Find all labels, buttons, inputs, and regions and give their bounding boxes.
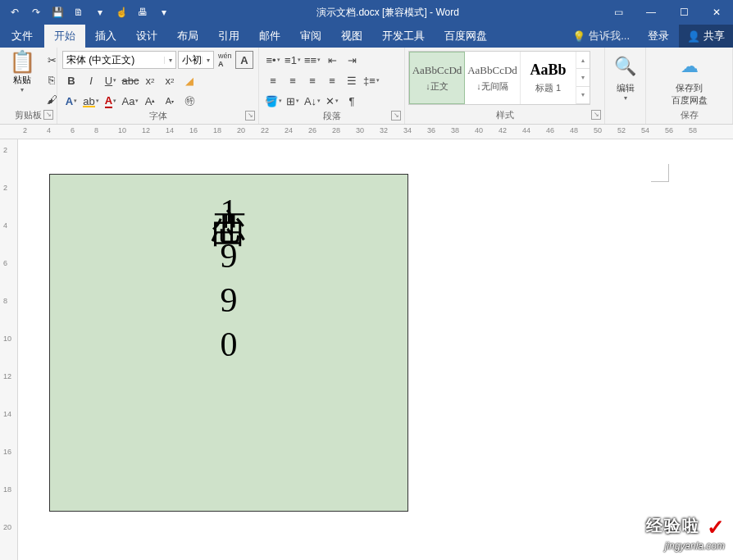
align-left-button[interactable]: ≡ xyxy=(264,71,282,89)
font-color-button[interactable]: A xyxy=(102,92,120,110)
group-paragraph: ≡• ≡1 ≡≡ ⇤ ⇥ ≡ ≡ ≡ ≡ ☰ ‡≡ 🪣 ⊞ A↓ ✕ ¶ xyxy=(259,48,405,124)
increase-indent-button[interactable]: ⇥ xyxy=(343,51,361,69)
grow-font-button[interactable]: A▴ xyxy=(141,92,159,110)
sign-in-button[interactable]: 登录 xyxy=(638,25,679,48)
tab-design[interactable]: 设计 xyxy=(126,25,167,48)
character-border-button[interactable]: A xyxy=(235,51,253,69)
group-editing: 🔍 编辑 ▾ xyxy=(605,48,646,124)
vertical-ruler[interactable]: 22468101214161820 xyxy=(0,139,18,560)
style-name: ↓无间隔 xyxy=(476,80,508,93)
tab-layout[interactable]: 布局 xyxy=(167,25,208,48)
align-right-button[interactable]: ≡ xyxy=(303,71,321,89)
styles-dialog-launcher[interactable]: ↘ xyxy=(591,110,601,120)
distributed-button[interactable]: ☰ xyxy=(343,71,361,89)
ribbon-options-button[interactable]: ▭ xyxy=(602,0,635,25)
paragraph-dialog-launcher[interactable]: ↘ xyxy=(391,111,401,121)
tab-developer[interactable]: 开发工具 xyxy=(372,25,435,48)
clipboard-dialog-launcher[interactable]: ↘ xyxy=(43,110,53,120)
shrink-font-button[interactable]: A▾ xyxy=(161,92,179,110)
textbox-content: 恋曲1990 xyxy=(206,180,252,511)
tab-references[interactable]: 引用 xyxy=(208,25,249,48)
bold-button[interactable]: B xyxy=(62,71,80,89)
tab-view[interactable]: 视图 xyxy=(331,25,372,48)
tab-baidu[interactable]: 百度网盘 xyxy=(435,25,497,48)
qat-more-button[interactable]: ▾ xyxy=(90,2,110,22)
tell-me-text: 告诉我... xyxy=(589,29,630,43)
underline-button[interactable]: U xyxy=(102,71,120,89)
tab-insert[interactable]: 插入 xyxy=(85,25,126,48)
clear-formatting-button[interactable]: ◢ xyxy=(180,71,198,89)
tab-mailings[interactable]: 邮件 xyxy=(249,25,290,48)
styles-more[interactable]: ▴▾▾ xyxy=(576,52,590,104)
strikethrough-button[interactable]: abc xyxy=(121,71,139,89)
document-area[interactable]: 恋曲1990 xyxy=(18,139,733,560)
font-name-combo[interactable]: 宋体 (中文正文) ▾ xyxy=(62,51,176,69)
italic-button[interactable]: I xyxy=(82,71,100,89)
highlight-button[interactable]: ab xyxy=(82,92,100,110)
shading-button[interactable]: 🪣 xyxy=(264,92,282,110)
font-group-label: 字体 ↘ xyxy=(57,110,258,124)
margin-marker xyxy=(651,164,669,182)
quick-print-button[interactable]: 🖶 xyxy=(133,2,153,22)
phonetic-guide-button[interactable]: wénA xyxy=(216,51,234,69)
save-button[interactable]: 💾 xyxy=(48,2,67,22)
borders-button[interactable]: ⊞ xyxy=(284,92,302,110)
minimize-button[interactable]: — xyxy=(635,0,667,25)
asian-layout-button[interactable]: ✕ xyxy=(323,92,341,110)
watermark-text: 经验啦 xyxy=(646,517,700,535)
tab-file[interactable]: 文件 xyxy=(0,25,44,48)
styles-gallery[interactable]: AaBbCcDd ↓正文 AaBbCcDd ↓无间隔 AaBb 标题 1 ▴▾▾ xyxy=(408,51,590,105)
justify-button[interactable]: ≡ xyxy=(323,71,341,89)
style-preview: AaBbCcDd xyxy=(467,64,517,77)
touch-mode-button[interactable]: ☝ xyxy=(112,2,131,22)
share-button[interactable]: 👤 共享 xyxy=(679,25,733,48)
qat-customize-button[interactable]: ▾ xyxy=(154,2,174,22)
multilevel-list-button[interactable]: ≡≡ xyxy=(303,51,321,69)
style-no-spacing[interactable]: AaBbCcDd ↓无间隔 xyxy=(465,52,521,104)
enclose-characters-button[interactable]: ㊕ xyxy=(180,92,198,110)
font-dialog-launcher[interactable]: ↘ xyxy=(245,111,255,121)
style-heading-1[interactable]: AaBb 标题 1 xyxy=(521,52,576,104)
new-doc-button[interactable]: 🗎 xyxy=(69,2,89,22)
ribbon: 📋 粘贴 ▾ ✂ ⎘ 🖌 剪贴板 ↘ 宋体 (中文正文) ▾ xyxy=(0,48,733,125)
group-font: 宋体 (中文正文) ▾ 小初 ▾ wénA A B I U abc x2 x2 … xyxy=(57,48,259,124)
show-marks-button[interactable]: ¶ xyxy=(343,92,361,110)
clipboard-group-label: 剪贴板 ↘ xyxy=(0,109,57,124)
text-effects-button[interactable]: A xyxy=(62,92,80,110)
change-case-button[interactable]: Aa xyxy=(121,92,139,110)
quick-access-toolbar: ↶ ↷ 💾 🗎 ▾ ☝ 🖶 ▾ xyxy=(0,2,174,22)
save-to-baidu-button[interactable]: ☁ 保存到 百度网盘 xyxy=(665,51,714,107)
clipboard-icon: 📋 xyxy=(5,51,39,72)
tell-me[interactable]: 💡 告诉我... xyxy=(564,25,638,48)
styles-group-label: 样式 ↘ xyxy=(405,109,604,124)
superscript-button[interactable]: x2 xyxy=(161,71,179,89)
tab-review[interactable]: 审阅 xyxy=(290,25,331,48)
save-group-label: 保存 xyxy=(646,109,732,124)
subscript-button[interactable]: x2 xyxy=(141,71,159,89)
window-title: 演示文档.docx [兼容模式] - Word xyxy=(174,6,602,20)
workspace: L 24681012141618202224262830323436384042… xyxy=(0,125,733,560)
find-button[interactable]: 🔍 编辑 ▾ xyxy=(610,51,640,102)
line-spacing-button[interactable]: ‡≡ xyxy=(362,71,380,89)
paste-button[interactable]: 📋 粘贴 ▾ xyxy=(5,51,39,93)
save-baidu-line2: 百度网盘 xyxy=(672,94,708,107)
undo-button[interactable]: ↶ xyxy=(5,2,25,22)
align-center-button[interactable]: ≡ xyxy=(284,71,302,89)
text-box[interactable]: 恋曲1990 xyxy=(49,174,408,512)
chevron-down-icon: ▾ xyxy=(202,57,213,64)
bullets-button[interactable]: ≡• xyxy=(264,51,282,69)
sort-button[interactable]: A↓ xyxy=(303,92,321,110)
horizontal-ruler[interactable]: 2468101214161820222426283032343638404244… xyxy=(0,125,733,139)
font-size-combo[interactable]: 小初 ▾ xyxy=(178,51,214,69)
font-name-value: 宋体 (中文正文) xyxy=(63,53,164,67)
maximize-button[interactable]: ☐ xyxy=(667,0,700,25)
numbering-button[interactable]: ≡1 xyxy=(284,51,302,69)
style-normal[interactable]: AaBbCcDd ↓正文 xyxy=(409,52,465,104)
tab-home[interactable]: 开始 xyxy=(44,25,85,48)
close-button[interactable]: ✕ xyxy=(700,0,733,25)
watermark: 经验啦 ✓ jingyanla.com xyxy=(646,515,725,552)
redo-button[interactable]: ↷ xyxy=(26,2,46,22)
ribbon-tabs: 文件 开始 插入 设计 布局 引用 邮件 审阅 视图 开发工具 百度网盘 💡 告… xyxy=(0,25,733,48)
decrease-indent-button[interactable]: ⇤ xyxy=(323,51,341,69)
style-preview: AaBbCcDd xyxy=(412,64,462,77)
